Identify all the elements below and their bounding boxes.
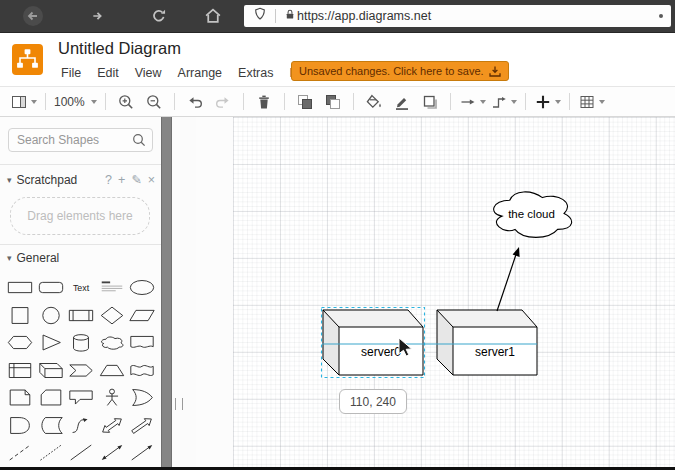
shape-text[interactable]: Text bbox=[66, 274, 97, 302]
to-front-button[interactable] bbox=[293, 90, 317, 114]
shape-bidirectional-arrow[interactable] bbox=[97, 412, 128, 440]
shape-process[interactable] bbox=[66, 302, 97, 330]
shape-tape[interactable] bbox=[127, 357, 158, 385]
line-color-button[interactable] bbox=[390, 90, 414, 114]
fill-color-button[interactable] bbox=[362, 90, 386, 114]
menu-edit[interactable]: Edit bbox=[90, 64, 126, 82]
reload-icon[interactable] bbox=[146, 3, 172, 29]
sidebar-scrollbar[interactable] bbox=[161, 117, 172, 467]
shield-icon[interactable] bbox=[252, 5, 268, 27]
shape-arrow[interactable] bbox=[127, 412, 158, 440]
shape-dotted-line[interactable] bbox=[36, 439, 67, 467]
scratchpad-drop-hint: Drag elements here bbox=[27, 209, 132, 223]
menu-arrange[interactable]: Arrange bbox=[171, 64, 229, 82]
shape-or[interactable] bbox=[127, 384, 158, 412]
shape-cylinder[interactable] bbox=[66, 329, 97, 357]
shape-directional-connector[interactable] bbox=[127, 439, 158, 467]
page-action-dot-icon[interactable] bbox=[659, 14, 663, 18]
general-shape-grid: Text bbox=[5, 274, 159, 467]
caret-down-icon bbox=[91, 100, 97, 104]
view-panels-button[interactable] bbox=[10, 90, 37, 114]
shape-callout[interactable] bbox=[66, 384, 97, 412]
scratchpad-section-header[interactable]: ▾ Scratchpad ?+✎× bbox=[0, 170, 161, 190]
main-toolbar: 100% bbox=[0, 87, 675, 117]
shape-dashed-line[interactable] bbox=[5, 439, 36, 467]
unsaved-changes-button[interactable]: Unsaved changes. Click here to save. bbox=[291, 61, 509, 81]
shape-and[interactable] bbox=[5, 412, 36, 440]
shape-diamond[interactable] bbox=[97, 302, 128, 330]
shape-note[interactable] bbox=[5, 384, 36, 412]
position-tooltip: 110, 240 bbox=[339, 389, 407, 414]
undo-button[interactable] bbox=[183, 90, 207, 114]
shape-actor[interactable] bbox=[97, 384, 128, 412]
lock-icon bbox=[283, 7, 297, 26]
caret-down-icon bbox=[31, 100, 37, 104]
scratchpad-title: Scratchpad bbox=[17, 173, 78, 187]
shape-internal-storage[interactable] bbox=[5, 357, 36, 385]
shape-curve[interactable] bbox=[66, 412, 97, 440]
url-separator bbox=[275, 9, 276, 23]
caret-down-icon bbox=[480, 100, 486, 104]
diagrams-net-logo bbox=[12, 44, 43, 75]
waypoints-button[interactable] bbox=[490, 90, 517, 114]
general-title: General bbox=[17, 251, 60, 265]
general-section-header[interactable]: ▾ General bbox=[0, 248, 161, 268]
shape-step[interactable] bbox=[66, 357, 97, 385]
zoom-dropdown[interactable]: 100% bbox=[54, 90, 97, 114]
close-icon[interactable]: × bbox=[148, 174, 155, 187]
add-icon[interactable]: + bbox=[118, 174, 125, 187]
svg-text:Text: Text bbox=[73, 283, 90, 293]
shape-ellipse[interactable] bbox=[127, 274, 158, 302]
shape-square[interactable] bbox=[5, 302, 36, 330]
back-icon[interactable] bbox=[20, 3, 46, 29]
caret-down-icon bbox=[555, 100, 561, 104]
home-icon[interactable] bbox=[200, 3, 226, 29]
app-window: https://app.diagrams.net Untitled Diagra… bbox=[0, 0, 675, 470]
shape-cube[interactable] bbox=[36, 357, 67, 385]
shadow-button[interactable] bbox=[418, 90, 442, 114]
search-icon[interactable] bbox=[132, 133, 146, 151]
caret-down-icon bbox=[599, 100, 605, 104]
shape-card[interactable] bbox=[36, 384, 67, 412]
splitter-grip-icon bbox=[175, 398, 183, 410]
diagram-canvas[interactable] bbox=[196, 117, 675, 467]
zoom-out-button[interactable] bbox=[142, 90, 166, 114]
shape-textbox[interactable] bbox=[97, 274, 128, 302]
menu-extras[interactable]: Extras bbox=[231, 64, 280, 82]
zoom-in-button[interactable] bbox=[114, 90, 138, 114]
scratchpad-drop-zone[interactable]: Drag elements here bbox=[10, 197, 150, 235]
shape-circle[interactable] bbox=[36, 302, 67, 330]
shape-hexagon[interactable] bbox=[5, 329, 36, 357]
shape-rounded-rectangle[interactable] bbox=[36, 274, 67, 302]
url-bar[interactable]: https://app.diagrams.net bbox=[244, 5, 671, 27]
shape-data-storage[interactable] bbox=[36, 412, 67, 440]
redo-button[interactable] bbox=[211, 90, 235, 114]
shape-bidirectional-connector[interactable] bbox=[97, 439, 128, 467]
sidebar-splitter[interactable] bbox=[172, 117, 196, 467]
help-icon[interactable]: ? bbox=[105, 174, 112, 187]
save-icon bbox=[489, 66, 501, 77]
chevron-down-icon: ▾ bbox=[7, 253, 12, 263]
table-button[interactable] bbox=[578, 90, 605, 114]
shape-rectangle[interactable] bbox=[5, 274, 36, 302]
shapes-sidebar: ▾ Scratchpad ?+✎× Drag elements here ▾ G… bbox=[0, 117, 161, 467]
forward-icon[interactable] bbox=[84, 3, 110, 29]
to-back-button[interactable] bbox=[321, 90, 345, 114]
divider bbox=[0, 164, 161, 165]
menu-bar: File Edit View Arrange Extras Help bbox=[54, 63, 324, 83]
shape-triangle[interactable] bbox=[36, 329, 67, 357]
shape-cloud[interactable] bbox=[97, 329, 128, 357]
shape-parallelogram[interactable] bbox=[127, 302, 158, 330]
menu-view[interactable]: View bbox=[128, 64, 169, 82]
edit-icon[interactable]: ✎ bbox=[131, 174, 141, 187]
menu-file[interactable]: File bbox=[54, 64, 88, 82]
shape-trapezoid[interactable] bbox=[97, 357, 128, 385]
delete-button[interactable] bbox=[252, 90, 276, 114]
app-header: Untitled Diagram File Edit View Arrange … bbox=[0, 33, 675, 87]
document-title[interactable]: Untitled Diagram bbox=[58, 39, 181, 58]
shape-document[interactable] bbox=[127, 329, 158, 357]
insert-button[interactable] bbox=[534, 90, 561, 114]
shape-line[interactable] bbox=[66, 439, 97, 467]
connection-button[interactable] bbox=[459, 90, 486, 114]
url-text[interactable]: https://app.diagrams.net bbox=[297, 9, 431, 23]
